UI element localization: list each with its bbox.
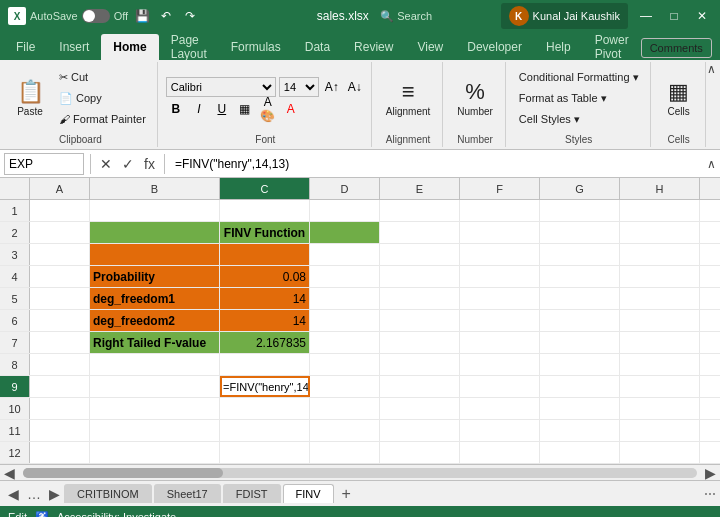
- cell-h12[interactable]: [620, 442, 700, 463]
- cell-h11[interactable]: [620, 420, 700, 441]
- tab-formulas[interactable]: Formulas: [219, 34, 293, 60]
- cell-b12[interactable]: [90, 442, 220, 463]
- increase-font-button[interactable]: A↑: [322, 77, 342, 97]
- cell-d2[interactable]: [310, 222, 380, 243]
- cell-b4[interactable]: Probability: [90, 266, 220, 287]
- cell-f9[interactable]: [460, 376, 540, 397]
- cell-b10[interactable]: [90, 398, 220, 419]
- cell-g11[interactable]: [540, 420, 620, 441]
- tab-view[interactable]: View: [405, 34, 455, 60]
- tab-page-layout[interactable]: Page Layout: [159, 34, 219, 60]
- cell-a6[interactable]: [30, 310, 90, 331]
- tab-data[interactable]: Data: [293, 34, 342, 60]
- cell-f6[interactable]: [460, 310, 540, 331]
- cell-a9[interactable]: [30, 376, 90, 397]
- cell-b3[interactable]: [90, 244, 220, 265]
- cell-d11[interactable]: [310, 420, 380, 441]
- sheet-tab-critbinom[interactable]: CRITBINOM: [64, 484, 152, 503]
- cell-a4[interactable]: [30, 266, 90, 287]
- user-profile-btn[interactable]: K Kunal Jai Kaushik: [501, 3, 628, 29]
- cell-c10[interactable]: [220, 398, 310, 419]
- col-header-e[interactable]: E: [380, 178, 460, 199]
- cell-c6[interactable]: 14: [220, 310, 310, 331]
- save-button[interactable]: 💾: [132, 6, 152, 26]
- cell-h5[interactable]: [620, 288, 700, 309]
- cell-h3[interactable]: [620, 244, 700, 265]
- col-header-g[interactable]: G: [540, 178, 620, 199]
- cell-a3[interactable]: [30, 244, 90, 265]
- cell-d8[interactable]: [310, 354, 380, 375]
- undo-button[interactable]: ↶: [156, 6, 176, 26]
- ribbon-expand-button[interactable]: ∧: [707, 62, 716, 76]
- comments-button[interactable]: Comments: [641, 38, 712, 58]
- paste-button[interactable]: 📋 Paste: [10, 75, 50, 120]
- cell-g7[interactable]: [540, 332, 620, 353]
- cell-g5[interactable]: [540, 288, 620, 309]
- formula-input[interactable]: [171, 153, 703, 175]
- cell-a2[interactable]: [30, 222, 90, 243]
- cell-a10[interactable]: [30, 398, 90, 419]
- maximize-button[interactable]: □: [664, 6, 684, 26]
- horizontal-scrollbar[interactable]: ◀ ▶: [0, 464, 720, 480]
- fill-color-button[interactable]: A🎨: [258, 99, 278, 119]
- format-painter-button[interactable]: 🖌 Format Painter: [54, 110, 151, 128]
- cell-c4[interactable]: 0.08: [220, 266, 310, 287]
- italic-button[interactable]: I: [189, 99, 209, 119]
- copy-button[interactable]: 📄 Copy: [54, 89, 151, 108]
- tab-insert[interactable]: Insert: [47, 34, 101, 60]
- cell-c3[interactable]: [220, 244, 310, 265]
- tab-file[interactable]: File: [4, 34, 47, 60]
- cell-e4[interactable]: [380, 266, 460, 287]
- cell-c9-formula[interactable]: =FINV("henry",14,13): [220, 376, 310, 397]
- cell-f1[interactable]: [460, 200, 540, 221]
- cell-d9[interactable]: [310, 376, 380, 397]
- cell-g10[interactable]: [540, 398, 620, 419]
- cell-d7[interactable]: [310, 332, 380, 353]
- cell-g12[interactable]: [540, 442, 620, 463]
- cell-e6[interactable]: [380, 310, 460, 331]
- cell-f8[interactable]: [460, 354, 540, 375]
- cell-styles-button[interactable]: Cell Styles ▾: [514, 110, 644, 129]
- cell-c8[interactable]: [220, 354, 310, 375]
- cancel-formula-button[interactable]: ✕: [97, 156, 115, 172]
- cell-h9[interactable]: [620, 376, 700, 397]
- cell-g2[interactable]: [540, 222, 620, 243]
- cell-b8[interactable]: [90, 354, 220, 375]
- cell-a7[interactable]: [30, 332, 90, 353]
- format-as-table-button[interactable]: Format as Table ▾: [514, 89, 644, 108]
- cell-e8[interactable]: [380, 354, 460, 375]
- search-box[interactable]: 🔍 Search: [380, 10, 432, 22]
- cell-f12[interactable]: [460, 442, 540, 463]
- scroll-left-button[interactable]: ◀: [0, 465, 19, 481]
- cell-d1[interactable]: [310, 200, 380, 221]
- tab-developer[interactable]: Developer: [455, 34, 534, 60]
- tab-help[interactable]: Help: [534, 34, 583, 60]
- cell-h1[interactable]: [620, 200, 700, 221]
- cell-a11[interactable]: [30, 420, 90, 441]
- cut-button[interactable]: ✂ Cut: [54, 68, 151, 87]
- cell-h2[interactable]: [620, 222, 700, 243]
- cell-c2-title[interactable]: FINV Function: [220, 222, 310, 243]
- underline-button[interactable]: U: [212, 99, 232, 119]
- redo-button[interactable]: ↷: [180, 6, 200, 26]
- cell-h4[interactable]: [620, 266, 700, 287]
- sheet-next-button[interactable]: ▶: [45, 486, 64, 502]
- cell-g6[interactable]: [540, 310, 620, 331]
- scroll-thumb[interactable]: [23, 468, 223, 478]
- cell-g9[interactable]: [540, 376, 620, 397]
- number-button[interactable]: % Number: [451, 75, 499, 120]
- confirm-formula-button[interactable]: ✓: [119, 156, 137, 172]
- cell-g1[interactable]: [540, 200, 620, 221]
- cell-c7[interactable]: 2.167835: [220, 332, 310, 353]
- cell-e12[interactable]: [380, 442, 460, 463]
- cell-d4[interactable]: [310, 266, 380, 287]
- cell-b6[interactable]: deg_freedom2: [90, 310, 220, 331]
- cell-d5[interactable]: [310, 288, 380, 309]
- sheet-tab-sheet17[interactable]: Sheet17: [154, 484, 221, 503]
- col-header-d[interactable]: D: [310, 178, 380, 199]
- border-button[interactable]: ▦: [235, 99, 255, 119]
- cell-e2[interactable]: [380, 222, 460, 243]
- cell-d10[interactable]: [310, 398, 380, 419]
- insert-function-button[interactable]: fx: [141, 156, 158, 172]
- cell-f11[interactable]: [460, 420, 540, 441]
